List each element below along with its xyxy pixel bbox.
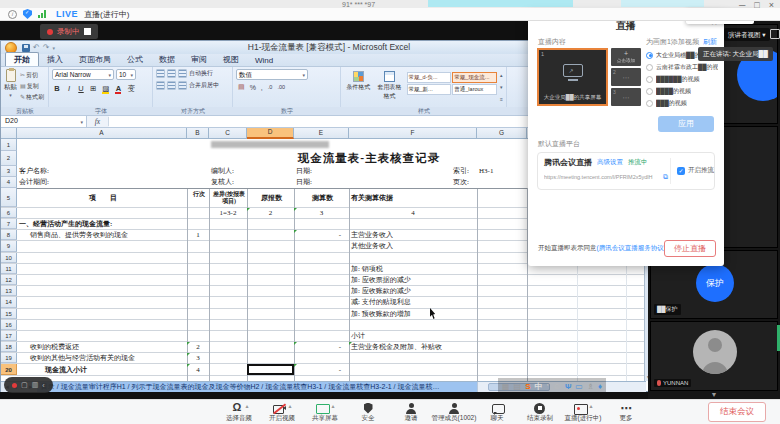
add-video-tile[interactable]: +点击添加 <box>611 48 641 66</box>
grid-cell[interactable]: 销售商品、提供劳务收到的现金 <box>17 230 187 240</box>
grid-cell[interactable]: 2 <box>187 342 209 352</box>
grid-cell[interactable]: 3 <box>294 208 349 218</box>
mini-icon-2[interactable]: ▥ <box>32 381 39 389</box>
grid-cell[interactable]: 复核人: <box>209 177 294 188</box>
tool-tray-icon[interactable]: ♗ <box>587 382 594 391</box>
conditional-format-button[interactable]: 条件格式 <box>344 69 372 105</box>
format-as-table-button[interactable]: 套用表格格式 <box>375 69 403 105</box>
toolbar-stop-record-button[interactable]: 结束录制 <box>523 402 557 423</box>
row-header-6[interactable]: 6 <box>1 208 17 218</box>
row-header-4[interactable]: 4 <box>1 177 17 188</box>
grid-cell[interactable]: 主营业务税金及附加、补贴收 <box>349 342 527 352</box>
push-stream-checkbox[interactable]: ✓ 开启推流 <box>677 166 714 175</box>
minimize-button[interactable]: ─ <box>739 0 745 10</box>
toolbar-audio-button[interactable]: ▴选择音频 <box>222 402 256 423</box>
copy-button[interactable]: ▤复制 <box>20 82 44 91</box>
row-header-12[interactable]: 12 <box>1 275 17 285</box>
grid-cell[interactable]: 加: 预收账款的增加 <box>349 309 477 319</box>
agreement-link[interactable]: (腾讯会议直播服务协议) <box>597 244 666 251</box>
cut-button[interactable]: ✂剪切 <box>20 71 44 80</box>
grid-cell[interactable]: 有关测算依据 <box>349 188 477 207</box>
align-center-icon[interactable] <box>167 81 176 90</box>
toolbar-share-screen-button[interactable]: ▴共享屏幕 <box>308 402 342 423</box>
name-box[interactable]: D20▾ <box>1 116 87 127</box>
increase-decimal-icon[interactable]: .0 <box>268 84 273 90</box>
toolbar-video-button[interactable]: ▴开启视频 <box>265 402 299 423</box>
toolbar-members-button[interactable]: 管理成员(1002) <box>437 402 471 423</box>
row-header-1[interactable]: 1 <box>1 139 17 151</box>
screen-share-preview[interactable]: 1 ↗ 大企业局██的共享屏幕 <box>537 48 608 106</box>
end-meeting-button[interactable]: 结束会议 <box>708 402 766 422</box>
row-header-7[interactable]: 7 <box>1 219 17 229</box>
align-right-icon[interactable] <box>178 81 187 90</box>
toolbar-chat-button[interactable]: 聊天 <box>480 402 514 423</box>
collapse-chevron-icon[interactable]: ‹ <box>42 382 44 389</box>
grid-cell[interactable]: 现金流入小计 <box>17 364 187 375</box>
grid-cell[interactable]: 收到的税费返还 <box>17 342 187 352</box>
column-header-E[interactable]: E <box>294 128 349 139</box>
misc-tray-icon[interactable]: ♦ <box>598 382 602 391</box>
selected-cell-D20[interactable] <box>247 364 294 375</box>
ribbon-tab-页面布局[interactable]: 页面布局 <box>71 53 119 66</box>
row-header-17[interactable]: 17 <box>1 331 17 341</box>
row-header-15[interactable]: 15 <box>1 309 17 319</box>
shield-icon[interactable] <box>23 9 32 19</box>
sheet-tabs[interactable]: 目录 / 现金流量审计程序H1 / 列示于现金流量表的现金及现金等价物H2 / … <box>37 382 477 392</box>
grid-cell[interactable]: 加: 应收票据的减少 <box>349 275 477 285</box>
grid-cell[interactable]: - <box>294 364 349 375</box>
grid-cell[interactable]: 测算数 <box>294 188 349 207</box>
grid-cell[interactable]: 会计期间: <box>17 177 187 188</box>
ribbon-tab-开始[interactable]: 开始 <box>5 52 39 66</box>
grid-cell[interactable]: 编制人: <box>209 166 294 177</box>
row-header-3[interactable]: 3 <box>1 166 17 177</box>
grid-cell[interactable]: - <box>294 342 349 352</box>
column-header-C[interactable]: C <box>209 128 247 139</box>
refresh-link[interactable]: 刷新 <box>703 38 717 45</box>
row-header-11[interactable]: 11 <box>1 264 17 274</box>
number-format-combo[interactable]: 数值▾ <box>236 69 308 80</box>
row-header-13[interactable]: 13 <box>1 286 17 296</box>
percent-icon[interactable]: % <box>250 84 256 91</box>
column-header-D[interactable]: D <box>247 128 294 139</box>
grid-cell[interactable]: 收到的其他与经营活动有关的现金 <box>17 353 187 363</box>
grid-cell[interactable]: 4 <box>349 208 477 218</box>
mini-icon-1[interactable]: ▢ <box>21 381 28 389</box>
column-header-F[interactable]: F <box>349 128 477 139</box>
grid-cell[interactable]: 项 目 <box>17 188 187 207</box>
toolbar-live-button[interactable]: ▴直播(进行中) <box>566 402 600 423</box>
grid-cell[interactable]: 原报数 <box>247 188 294 207</box>
info-icon[interactable]: i <box>8 10 17 19</box>
wrap-text-button[interactable]: 自动换行 <box>189 69 213 78</box>
align-left-icon[interactable] <box>156 81 165 90</box>
column-header-B[interactable]: B <box>187 128 209 139</box>
borders-button[interactable]: ⊞ <box>88 83 98 93</box>
stop-recording-icon[interactable] <box>84 28 91 35</box>
apply-button[interactable]: 应用 <box>658 116 714 132</box>
mic-tray-icon[interactable]: Ψ <box>565 382 571 391</box>
grid-cell[interactable]: 1=3-2 <box>209 208 247 218</box>
row-header-5[interactable]: 5 <box>1 188 17 207</box>
grid-cell[interactable]: 主营业务收入 <box>349 230 477 240</box>
row-header-20[interactable]: 20 <box>1 364 17 375</box>
participant-tile[interactable]: YUNNAN <box>650 321 778 391</box>
sogou-s-icon[interactable]: S <box>525 382 530 391</box>
ribbon-tab-Wind[interactable]: Wind <box>247 55 281 66</box>
fullscreen-icon[interactable] <box>770 29 780 39</box>
font-name-combo[interactable]: Arial Narrow▾ <box>52 69 114 80</box>
ribbon-tab-审阅[interactable]: 审阅 <box>183 53 215 66</box>
row-header-19[interactable]: 19 <box>1 353 17 363</box>
grid-cell[interactable]: 小计 <box>349 331 477 341</box>
cell-style-item[interactable]: 普通_laroux <box>452 84 497 95</box>
emoji-icon[interactable]: ☺ <box>553 382 561 391</box>
grid-cell[interactable]: 日期: <box>294 177 349 188</box>
grid-cell[interactable]: 2 <box>247 208 294 218</box>
maximize-button[interactable]: □ <box>754 0 759 10</box>
grid-cell[interactable]: 日期: <box>294 166 349 177</box>
row-header-16[interactable]: 16 <box>1 320 17 330</box>
column-header-G[interactable]: G <box>477 128 527 139</box>
grid-cell[interactable]: 页次: <box>349 177 477 188</box>
grid-cell[interactable]: 索引: <box>349 166 477 177</box>
video-source-option[interactable]: ██████的视频 <box>646 73 718 85</box>
format-painter-button[interactable]: ✎格式刷 <box>20 93 44 102</box>
screen-tray-icon[interactable]: ▭ <box>575 382 583 391</box>
